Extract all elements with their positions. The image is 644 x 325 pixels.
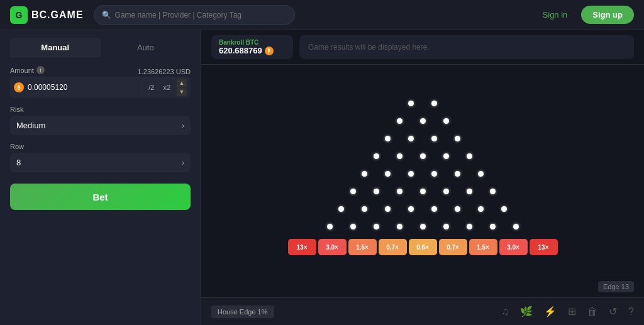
btc-icon: ₿ <box>14 82 24 92</box>
peg <box>385 206 391 212</box>
peg <box>478 206 484 212</box>
peg-row <box>399 94 446 112</box>
help-icon[interactable]: ? <box>628 306 634 317</box>
search-icon: 🔍 <box>102 11 111 19</box>
info-icon: i <box>36 66 45 74</box>
peg-row <box>318 218 528 235</box>
risk-select[interactable]: Medium › <box>10 116 191 135</box>
divider <box>142 81 142 94</box>
game-area: 13×3.0×1.5×0.7×0.6×0.7×1.5×3.0×13× <box>201 65 644 297</box>
right-panel: Bankroll BTC 620.688769 ₿ Game results w… <box>201 30 644 325</box>
loop-icon[interactable]: ↺ <box>609 306 617 317</box>
nav-actions: Sign in Sign up <box>535 6 634 24</box>
music-icon[interactable]: ♫ <box>501 306 509 317</box>
multiplier-box: 1.5× <box>469 239 497 255</box>
bet-button[interactable]: Bet <box>10 184 191 210</box>
risk-value: Medium <box>16 121 45 130</box>
plinko-board <box>318 94 528 235</box>
multiplier-box: 0.7× <box>439 239 467 255</box>
row-select[interactable]: 8 › <box>10 153 191 172</box>
risk-chevron: › <box>182 121 184 130</box>
multiplier-box: 3.0× <box>318 239 347 255</box>
amount-label: Amount i <box>10 66 45 74</box>
peg <box>408 171 414 177</box>
amount-header: Amount i 1.23626223 USD <box>10 66 191 77</box>
signin-button[interactable]: Sign in <box>535 6 575 23</box>
multiplier-row: 13×3.0×1.5×0.7×0.6×0.7×1.5×3.0×13× <box>288 239 558 255</box>
peg <box>385 171 391 177</box>
peg <box>420 189 426 194</box>
peg <box>490 189 496 194</box>
grid-icon[interactable]: ⊞ <box>568 306 576 317</box>
tab-manual[interactable]: Manual <box>10 38 101 57</box>
risk-section: Risk Medium › <box>10 106 191 135</box>
amount-btc-value: 0.00005120 <box>28 83 138 92</box>
half-button[interactable]: /2 <box>146 82 157 92</box>
row-value: 8 <box>16 158 21 167</box>
peg <box>431 101 437 106</box>
logo: G BC.GAME <box>10 6 84 24</box>
amount-input-row: ₿ 0.00005120 /2 x2 ▲ ▼ <box>10 77 191 98</box>
row-chevron: › <box>182 158 184 167</box>
search-input[interactable] <box>115 11 287 19</box>
peg <box>455 171 460 177</box>
peg <box>374 224 379 229</box>
stepper-up[interactable]: ▲ <box>177 79 187 87</box>
multiplier-box: 0.7× <box>379 239 407 255</box>
stepper-down[interactable]: ▼ <box>177 88 187 96</box>
peg <box>362 171 367 177</box>
peg-row <box>353 165 492 182</box>
peg <box>408 136 414 141</box>
double-button[interactable]: x2 <box>160 82 173 92</box>
search-bar[interactable]: 🔍 <box>94 5 295 25</box>
multiplier-box: 13× <box>288 239 316 255</box>
stepper: ▲ ▼ <box>177 79 187 96</box>
peg <box>327 224 333 229</box>
peg-row <box>376 129 469 147</box>
peg <box>420 224 426 229</box>
tab-auto[interactable]: Auto <box>101 38 191 57</box>
peg <box>420 153 426 159</box>
bottom-bar: House Edge 1% ♫ 🌿 ⚡ ⊞ 🗑 ↺ ? <box>201 297 644 325</box>
peg <box>478 171 484 177</box>
peg <box>467 224 472 229</box>
peg <box>338 206 344 212</box>
peg-row <box>388 112 458 129</box>
peg-row <box>365 147 481 165</box>
edge-label: Edge 13 <box>598 281 634 292</box>
peg <box>431 136 437 141</box>
signup-button[interactable]: Sign up <box>581 6 634 24</box>
peg <box>431 171 437 177</box>
peg-row <box>341 182 504 200</box>
peg <box>513 224 519 229</box>
peg <box>490 224 496 229</box>
peg <box>397 153 402 159</box>
tab-bar: Manual Auto <box>0 30 201 57</box>
risk-label: Risk <box>10 106 191 113</box>
multiplier-box: 3.0× <box>499 239 528 255</box>
row-label: Row <box>10 143 191 150</box>
peg <box>397 189 402 194</box>
peg <box>501 206 507 212</box>
peg <box>350 224 356 229</box>
peg <box>362 206 367 212</box>
bankroll-label: Bankroll BTC <box>219 39 286 46</box>
controls: Amount i 1.23626223 USD ₿ 0.00005120 /2 … <box>0 57 201 219</box>
peg <box>455 206 460 212</box>
bolt-icon[interactable]: ⚡ <box>544 306 557 317</box>
peg <box>443 224 449 229</box>
results-bar: Game results will be displayed here. <box>299 35 634 59</box>
peg <box>408 101 414 106</box>
peg <box>420 118 426 124</box>
left-panel: Manual Auto Amount i 1.23626223 USD ₿ 0.… <box>0 30 201 325</box>
game-header: Bankroll BTC 620.688769 ₿ Game results w… <box>201 30 644 65</box>
trash-icon[interactable]: 🗑 <box>587 306 597 317</box>
top-navigation: G BC.GAME 🔍 Sign in Sign up <box>0 0 644 30</box>
peg-row <box>330 200 516 218</box>
peg <box>374 189 379 194</box>
leaf-icon[interactable]: 🌿 <box>520 306 533 317</box>
peg <box>443 153 449 159</box>
peg <box>431 206 437 212</box>
multiplier-box: 1.5× <box>348 239 377 255</box>
peg <box>385 136 391 141</box>
